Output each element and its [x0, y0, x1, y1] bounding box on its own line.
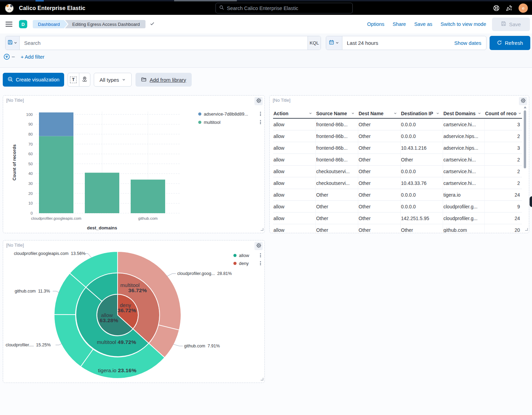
refresh-icon [497, 40, 502, 46]
add-text-button[interactable]: T [68, 73, 79, 86]
breadcrumb-dashboard[interactable]: Dashboard [33, 20, 68, 28]
chevron-down-icon [335, 40, 339, 46]
add-from-library-button[interactable]: Add from library [135, 73, 192, 87]
slice-label: multitool 49.72% [97, 339, 136, 345]
legend-item[interactable]: adservice-7d8b8d89... [198, 111, 261, 116]
legend-item[interactable]: deny [233, 261, 261, 266]
table-row: allowOtherOther142.251.5.95cloudprofiler… [273, 213, 522, 224]
table-header-destination-ip[interactable]: Destination IP [401, 109, 443, 118]
create-visualization-button[interactable]: Create visualization [3, 73, 64, 87]
table-cell: 2 [485, 130, 522, 142]
menu-icon[interactable] [6, 22, 12, 27]
scrollbar-thumb[interactable] [524, 110, 526, 168]
resize-handle-icon[interactable] [260, 376, 263, 382]
filter-options-icon[interactable] [3, 53, 10, 60]
table-cell: 2 [485, 154, 522, 166]
svg-text:50: 50 [28, 162, 33, 166]
text-icon: T [70, 77, 77, 83]
resize-handle-icon[interactable] [260, 226, 263, 232]
filter-divider [12, 57, 15, 57]
outer-slice-label: cloudprofiler.goog... 28.81% [177, 271, 232, 276]
gear-icon [256, 243, 261, 249]
query-language-button[interactable]: KQL [308, 36, 321, 50]
panel-title: [No Title] [6, 243, 24, 248]
panel-title: [No Title] [6, 98, 24, 103]
table-header-dest-domains[interactable]: Dest Domains [443, 109, 485, 118]
collapsed-flyout-handle[interactable] [530, 196, 532, 207]
options-button[interactable]: Options [367, 21, 384, 27]
svg-text:0: 0 [31, 211, 33, 215]
global-search-placeholder: Search Calico Enterprise Elastic [227, 6, 298, 11]
help-icon[interactable] [493, 5, 500, 11]
chevron-down-icon [122, 77, 126, 83]
panel-settings-button[interactable] [254, 97, 263, 105]
svg-text:60: 60 [28, 152, 33, 156]
date-quick-menu-button[interactable] [326, 36, 342, 50]
table-cell: cartservice.hi... [443, 177, 485, 189]
table-header-count-of-reco[interactable]: Count of reco [485, 109, 522, 118]
switch-view-mode-button[interactable]: Switch to view mode [441, 21, 486, 27]
time-range-value[interactable]: Last 24 hours [342, 40, 454, 46]
legend-label: adservice-7d8b8d89... [204, 111, 248, 117]
map-pin-icon [82, 76, 88, 83]
legend-label: multitool [204, 120, 220, 125]
query-input[interactable]: Search [20, 40, 308, 46]
outer-slice-label: cloudprofiler.... 15.25% [6, 343, 51, 347]
data-table: ActionSource NameDest NameDestination IP… [273, 109, 522, 233]
svg-text:30: 30 [28, 181, 33, 186]
save-button[interactable]: Save [492, 18, 530, 31]
table-cell: cartservice.hi... [443, 166, 485, 177]
show-dates-button[interactable]: Show dates [454, 40, 486, 46]
svg-text:dest_domains: dest_domains [87, 225, 117, 230]
gear-icon [256, 98, 261, 105]
table-cell: 10.43.33.76 [401, 177, 443, 189]
resize-handle-icon[interactable] [525, 226, 528, 232]
refresh-button[interactable]: Refresh [490, 36, 530, 50]
avatar[interactable]: e [519, 3, 528, 13]
table-header-dest-name[interactable]: Dest Name [358, 109, 401, 118]
legend-actions-icon[interactable] [260, 112, 261, 116]
lens-icon [8, 77, 13, 83]
save-as-button[interactable]: Save as [414, 21, 432, 27]
table-row: allowOtherOtherOthergithub.com20 [273, 224, 522, 233]
whats-new-icon[interactable] [506, 5, 512, 11]
legend-item[interactable]: allow [233, 253, 261, 258]
svg-text:80: 80 [28, 132, 33, 136]
table-cell: 0.0.0.0 [401, 119, 443, 130]
breadcrumb-current: Editing Egress Access Dashboard [65, 20, 146, 28]
bar-segment[interactable] [39, 136, 73, 213]
share-button[interactable]: Share [393, 21, 406, 27]
bar-segment[interactable] [131, 180, 165, 213]
outer-slice-label: github.com 7.91% [184, 344, 220, 348]
panel-settings-button[interactable] [254, 242, 263, 250]
table-cell: allow [273, 166, 316, 177]
add-filter-button[interactable]: + Add filter [21, 54, 44, 60]
legend-item[interactable]: multitool [198, 120, 261, 125]
slice-label: tigera.io 23.16% [98, 368, 136, 373]
table-cell: cloudprofiler.g... [443, 201, 485, 213]
slice-label: deny36.72% [117, 303, 135, 313]
global-search-input[interactable]: Search Calico Enterprise Elastic [215, 3, 353, 13]
table-cell: allow [273, 154, 316, 166]
table-cell: Other [401, 154, 443, 166]
svg-text:20: 20 [28, 191, 33, 196]
all-types-dropdown[interactable]: All types [94, 73, 132, 87]
legend-actions-icon[interactable] [260, 261, 261, 265]
table-cell: 10.43.1.216 [401, 142, 443, 154]
table-header-action[interactable]: Action [273, 109, 316, 118]
table-cell: 0.0.0.0 [401, 130, 443, 142]
table-header-source-name[interactable]: Source Name [316, 109, 358, 118]
table-cell: 0.0.0.0 [401, 166, 443, 177]
legend-dot [233, 262, 237, 265]
saved-query-menu-button[interactable] [6, 36, 20, 50]
legend-actions-icon[interactable] [260, 253, 261, 257]
scroll-up-arrow[interactable] [524, 106, 526, 108]
table-cell: Other [358, 201, 401, 213]
table-cell: adservice.hips... [443, 142, 485, 154]
legend-actions-icon[interactable] [260, 120, 261, 124]
bar-segment[interactable] [39, 112, 73, 136]
table-cell: cartservice.hi... [443, 119, 485, 130]
add-map-button[interactable] [79, 73, 90, 86]
bar-segment[interactable] [85, 173, 119, 213]
panel-settings-button[interactable] [519, 97, 527, 105]
